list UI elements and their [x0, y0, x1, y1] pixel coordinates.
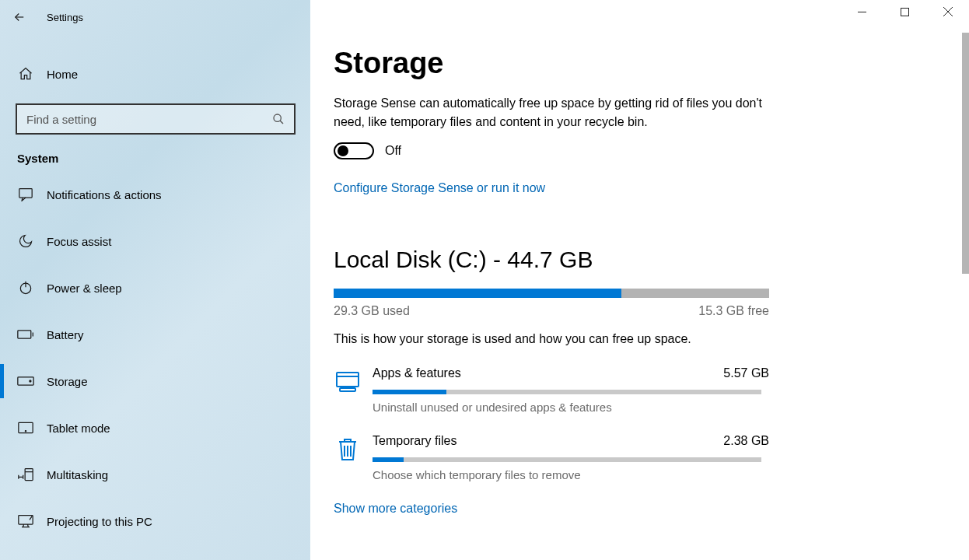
search-wrap — [0, 97, 310, 141]
search-box[interactable] — [16, 103, 296, 135]
usage-description: This is how your storage is used and how… — [334, 318, 969, 346]
svg-rect-10 — [901, 8, 909, 16]
sidebar: Settings Home System Noti — [0, 0, 310, 560]
category-bar-fill — [373, 390, 446, 394]
app-title: Settings — [39, 12, 83, 23]
disk-stats: 29.3 GB used 15.3 GB free — [334, 298, 769, 318]
svg-point-0 — [274, 114, 281, 121]
sidebar-header: Settings — [0, 0, 310, 31]
storage-sense-toggle[interactable] — [334, 142, 374, 159]
sidebar-item-storage[interactable]: Storage — [0, 358, 310, 404]
sidebar-item-label: Tablet mode — [47, 422, 110, 435]
category-header: Temporary files 2.38 GB — [373, 434, 769, 448]
storage-sense-toggle-row: Off — [334, 131, 969, 159]
category-bar — [373, 390, 761, 394]
close-button[interactable] — [926, 0, 969, 23]
scrollbar-thumb[interactable] — [962, 33, 969, 274]
back-button[interactable] — [0, 2, 39, 32]
svg-point-7 — [25, 431, 26, 432]
window-controls — [841, 0, 969, 23]
category-name: Temporary files — [373, 434, 457, 448]
sidebar-item-label: Battery — [47, 328, 84, 341]
nav-list: Notifications & actions Focus assist Pow… — [0, 171, 310, 544]
moon-icon — [17, 233, 34, 250]
arrow-left-icon — [12, 10, 26, 24]
drive-icon — [17, 373, 34, 390]
svg-rect-11 — [337, 373, 359, 387]
disk-usage-fill — [334, 289, 621, 298]
disk-free-label: 15.3 GB free — [698, 304, 769, 318]
svg-rect-9 — [19, 516, 33, 525]
category-body: Apps & features 5.57 GB Uninstall unused… — [373, 366, 769, 414]
disk-heading: Local Disk (C:) - 44.7 GB — [334, 195, 969, 273]
sidebar-item-power-sleep[interactable]: Power & sleep — [0, 264, 310, 311]
svg-rect-1 — [19, 189, 32, 198]
sidebar-item-label: Projecting to this PC — [47, 515, 152, 528]
svg-rect-3 — [18, 331, 31, 338]
category-size: 2.38 GB — [723, 434, 769, 448]
apps-icon — [334, 368, 362, 396]
section-label: System — [0, 141, 310, 171]
show-more-categories-link[interactable]: Show more categories — [334, 481, 457, 516]
sidebar-item-label: Multitasking — [47, 468, 108, 481]
sidebar-item-multitasking[interactable]: Multitasking — [0, 451, 310, 498]
home-icon — [17, 65, 34, 82]
search-icon — [272, 113, 285, 125]
configure-storage-sense-link[interactable]: Configure Storage Sense or run it now — [334, 159, 545, 195]
message-icon — [17, 186, 34, 203]
sidebar-item-notifications[interactable]: Notifications & actions — [0, 171, 310, 218]
power-icon — [17, 279, 34, 296]
category-temporary-files[interactable]: Temporary files 2.38 GB Choose which tem… — [334, 414, 769, 481]
category-header: Apps & features 5.57 GB — [373, 366, 769, 380]
category-name: Apps & features — [373, 366, 461, 380]
sidebar-item-home[interactable]: Home — [0, 51, 310, 97]
home-label: Home — [47, 68, 78, 81]
maximize-button[interactable] — [883, 0, 926, 23]
battery-icon — [17, 326, 34, 343]
toggle-thumb — [338, 145, 348, 156]
search-input[interactable] — [26, 113, 272, 126]
trash-icon — [334, 436, 362, 464]
category-apps-features[interactable]: Apps & features 5.57 GB Uninstall unused… — [334, 346, 769, 414]
project-icon — [17, 513, 34, 530]
sidebar-item-label: Notifications & actions — [47, 188, 162, 201]
category-body: Temporary files 2.38 GB Choose which tem… — [373, 434, 769, 481]
category-hint: Choose which temporary files to remove — [373, 462, 769, 481]
sidebar-item-projecting[interactable]: Projecting to this PC — [0, 498, 310, 544]
tablet-icon — [17, 419, 34, 436]
sidebar-item-focus-assist[interactable]: Focus assist — [0, 218, 310, 264]
sidebar-item-battery[interactable]: Battery — [0, 311, 310, 358]
svg-rect-12 — [340, 388, 355, 391]
sidebar-item-label: Focus assist — [47, 235, 111, 248]
category-size: 5.57 GB — [723, 366, 769, 380]
storage-sense-description: Storage Sense can automatically free up … — [334, 80, 769, 131]
category-hint: Uninstall unused or undesired apps & fea… — [373, 394, 769, 414]
toggle-state-label: Off — [385, 144, 401, 158]
sidebar-item-label: Power & sleep — [47, 282, 122, 295]
disk-usage-bar — [334, 289, 769, 298]
category-bar-fill — [373, 457, 404, 462]
category-bar — [373, 457, 761, 462]
main-content: Storage Storage Sense can automatically … — [310, 0, 969, 560]
multitask-icon — [17, 466, 34, 483]
sidebar-item-tablet-mode[interactable]: Tablet mode — [0, 404, 310, 451]
minimize-button[interactable] — [841, 0, 883, 23]
disk-used-label: 29.3 GB used — [334, 304, 410, 318]
svg-rect-8 — [25, 469, 33, 481]
svg-point-5 — [30, 380, 31, 382]
sidebar-item-label: Storage — [47, 375, 88, 388]
